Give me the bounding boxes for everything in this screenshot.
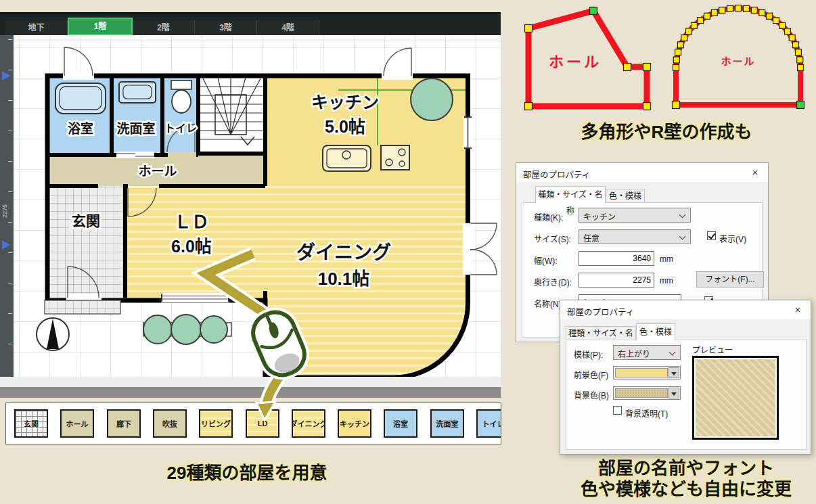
room-button-ld[interactable]: LD [246, 409, 279, 438]
label-ld: ＬＤ [174, 212, 209, 232]
show-size-label: 表示(V) [719, 233, 746, 244]
room-button-hall[interactable]: ホール [60, 409, 94, 438]
room-properties-dialog-2: 部屋のプロパティ × 種類・サイズ・名称 色・模様 模様(P): 右上がり 前景… [560, 300, 811, 455]
screenshot-root: 地下 1階 2階 3階 4階 2275 [0, 0, 816, 504]
pattern-label: 模様(P): [574, 348, 603, 360]
room-button-wash[interactable]: 洗面室 [430, 409, 464, 438]
room-button-living[interactable]: リビング [199, 409, 233, 438]
compass-icon [37, 318, 69, 350]
window-ld-south [161, 293, 229, 302]
pattern-preview-fill [696, 359, 775, 436]
chevron-down-icon [679, 212, 686, 219]
size-label: サイズ(S): [534, 233, 571, 244]
polygon-room-label: ホール [549, 53, 602, 70]
label-hall: ホール [138, 164, 177, 179]
floor-plan-drawing[interactable]: 浴室 洗面室 トイレ ホール 玄関 キッチン 5.0帖 ＬＤ 6.0帖 ダイニン… [14, 35, 501, 377]
shape-demo-drawing[interactable]: ホール ホール [513, 3, 816, 115]
background-color-swatch [615, 388, 668, 398]
toilet-icon [171, 81, 191, 113]
tab-type-size-name[interactable]: 種類・サイズ・名称 [566, 326, 636, 340]
room-button-kitchen[interactable]: キッチン [338, 409, 371, 438]
pattern-preview [692, 356, 779, 440]
room-button-dining[interactable]: ダイニング [292, 409, 325, 438]
ruler-value: 2275 [1, 204, 8, 218]
label-dining-size: 10.1帖 [318, 269, 370, 289]
horizontal-scrollbar[interactable] [0, 387, 501, 398]
pattern-select[interactable]: 右上がり [613, 345, 681, 360]
room-button-corridor[interactable]: 廊下 [107, 409, 141, 438]
tab-type-size-name[interactable]: 種類・サイズ・名称 [535, 186, 606, 203]
label-kitchen-size: 5.0帖 [325, 117, 365, 136]
tab-floor-3[interactable]: 3階 [195, 20, 257, 35]
tab-floor-1[interactable]: 1階 [68, 18, 133, 35]
font-button[interactable]: フォント(F)... [696, 271, 764, 288]
floor-tab-bar: 地下 1階 2階 3階 4階 [0, 12, 501, 35]
width-label: 幅(W): [534, 254, 558, 266]
caption-polygon-rwall: 多角形やR壁の作成も [558, 122, 775, 143]
depth-input[interactable] [579, 273, 654, 288]
canvas-bottom-strip [0, 377, 501, 387]
tab-color-pattern[interactable]: 色・模様 [636, 323, 675, 340]
close-icon[interactable]: × [785, 300, 811, 319]
tab-floor-2[interactable]: 2階 [133, 20, 195, 35]
label-wash: 洗面室 [116, 121, 155, 136]
label-dining: ダイニング [296, 242, 391, 263]
type-label: 種類(K): [534, 211, 563, 223]
stove-icon [381, 145, 409, 170]
label-entrance: 玄関 [72, 213, 100, 229]
room-entrance-area[interactable] [49, 186, 125, 298]
type-select[interactable]: キッチン [579, 208, 691, 223]
background-color-select[interactable] [613, 386, 681, 400]
label-ld-size: 6.0帖 [171, 237, 212, 256]
tree-icon [411, 78, 453, 120]
dropdown-arrow-icon[interactable] [668, 388, 679, 398]
width-input[interactable] [579, 251, 654, 266]
width-unit: mm [660, 254, 673, 264]
size-select[interactable]: 任意 [579, 229, 691, 244]
room-button-panel: 玄関 ホール 廊下 吹抜 リビング LD ダイニング キッチン 浴室 洗面室 ト… [5, 403, 501, 444]
ruler-marker-icon [2, 71, 10, 81]
show-size-checkbox[interactable] [707, 231, 716, 240]
tab-color-pattern[interactable]: 色・模様 [606, 189, 645, 203]
caption-room-types: 29種類の部屋を用意 [139, 463, 355, 484]
transparent-bg-label: 背景透明(T) [625, 407, 668, 419]
depth-label: 奥行き(D): [534, 276, 572, 288]
caption-customize: 部屋の名前やフォント 色や模様なども自由に変更 [567, 458, 805, 500]
vertical-ruler: 2275 [0, 35, 14, 377]
bathtub-icon [55, 83, 106, 114]
background-color-label: 背景色(B) [574, 389, 609, 400]
depth-unit: mm [660, 276, 673, 285]
dialog-title: 部屋のプロパティ [567, 305, 634, 318]
room-button-entrance[interactable]: 玄関 [14, 409, 48, 438]
porch-area [45, 300, 120, 314]
ruler-marker-icon [2, 240, 10, 250]
label-bath: 浴室 [68, 121, 93, 136]
chevron-down-icon [679, 233, 686, 240]
kitchen-sink-icon [323, 145, 371, 171]
close-icon[interactable]: × [742, 163, 768, 182]
rwall-room-label: ホール [721, 55, 755, 67]
foreground-color-select[interactable] [613, 366, 681, 380]
label-kitchen: キッチン [311, 93, 379, 112]
preview-label: プレビュー [692, 344, 733, 355]
foreground-color-label: 前景色(F) [574, 369, 608, 380]
room-button-bath[interactable]: 浴室 [384, 409, 417, 438]
foreground-color-swatch [615, 368, 668, 377]
tab-basement[interactable]: 地下 [5, 20, 68, 35]
sliding-door [116, 152, 154, 158]
room-button-toilet[interactable]: トイレ [476, 409, 501, 438]
label-toilet: トイレ [164, 122, 197, 134]
chevron-down-icon [669, 349, 676, 356]
wash-sink-icon [119, 82, 156, 103]
dialog-title: 部屋のプロパティ [523, 168, 590, 181]
room-button-void[interactable]: 吹抜 [153, 409, 187, 438]
window-kitchen-east [463, 116, 472, 149]
transparent-bg-checkbox[interactable] [613, 406, 622, 415]
tab-floor-4[interactable]: 4階 [257, 20, 319, 35]
planter-icon [143, 315, 231, 344]
dropdown-arrow-icon[interactable] [668, 367, 679, 378]
